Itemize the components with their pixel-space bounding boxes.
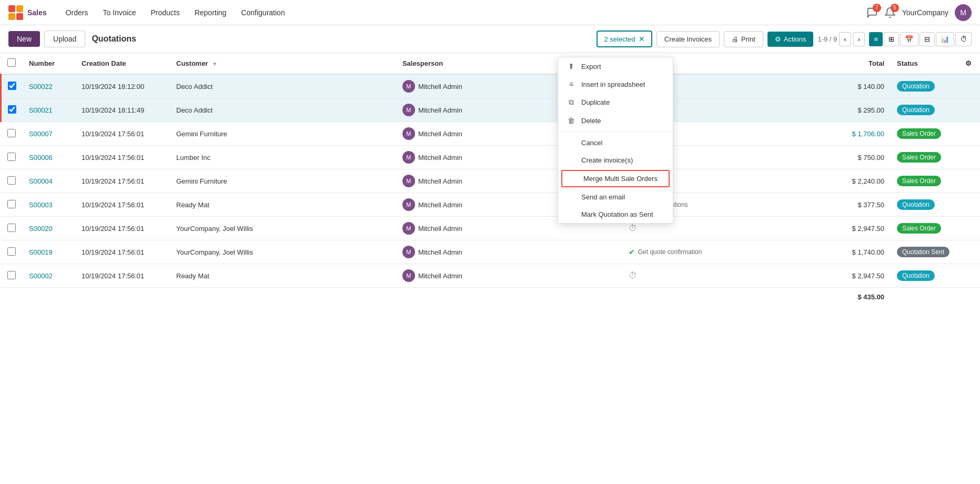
row-checkbox[interactable] bbox=[7, 224, 16, 232]
row-customer: Deco Addict bbox=[170, 74, 396, 98]
selected-button[interactable]: 2 selected ✕ bbox=[597, 31, 652, 47]
salesperson-name: Mitchell Admin bbox=[418, 248, 462, 256]
salesperson-avatar: M bbox=[402, 104, 415, 116]
row-date: 10/19/2024 17:56:01 bbox=[75, 122, 170, 146]
duplicate-icon: ⧉ bbox=[567, 98, 576, 107]
row-number[interactable]: S00021 bbox=[23, 98, 75, 122]
row-settings bbox=[959, 146, 980, 169]
row-total: $ 1,706.00 bbox=[827, 122, 891, 146]
row-checkbox[interactable] bbox=[7, 176, 16, 185]
logo-icon bbox=[8, 5, 23, 20]
graph-view-button[interactable]: 📊 bbox=[936, 32, 954, 46]
kanban-view-button[interactable]: ⊞ bbox=[884, 32, 899, 46]
view-switcher: ≡ ⊞ 📅 ⊟ 📊 ⏱ bbox=[869, 32, 972, 46]
prev-page-button[interactable]: ‹ bbox=[839, 32, 851, 46]
nav-reporting[interactable]: Reporting bbox=[194, 6, 228, 19]
action-delete[interactable]: 🗑 Delete bbox=[558, 112, 673, 129]
action-insert-spreadsheet[interactable]: ≡ Insert in spreadsheet bbox=[558, 75, 673, 93]
row-checkbox[interactable] bbox=[8, 105, 16, 114]
salesperson-name: Mitchell Admin bbox=[418, 83, 462, 90]
row-customer: Ready Mat bbox=[170, 193, 396, 217]
row-date: 10/19/2024 18:11:49 bbox=[75, 98, 170, 122]
action-cancel[interactable]: Cancel bbox=[558, 134, 673, 152]
row-checkbox[interactable] bbox=[7, 153, 16, 161]
upload-button[interactable]: Upload bbox=[44, 31, 85, 47]
action-create-invoice[interactable]: Create invoice(s) bbox=[558, 152, 673, 169]
nav-right: 7 5 YourCompany M bbox=[866, 4, 972, 21]
create-invoices-button[interactable]: Create Invoices bbox=[656, 31, 720, 47]
row-number[interactable]: S00002 bbox=[23, 264, 75, 288]
row-customer: YourCompany, Joel Willis bbox=[170, 217, 396, 240]
pivot-view-button[interactable]: ⊟ bbox=[920, 32, 935, 46]
row-number[interactable]: S00020 bbox=[23, 217, 75, 240]
notifications-badge[interactable]: 5 bbox=[884, 7, 896, 18]
row-checkbox[interactable] bbox=[7, 129, 16, 137]
new-button[interactable]: New bbox=[8, 31, 40, 47]
next-page-button[interactable]: › bbox=[853, 32, 865, 46]
actions-label: Actions bbox=[784, 35, 806, 43]
row-settings bbox=[959, 217, 980, 240]
col-customer[interactable]: Customer ▼ bbox=[170, 53, 396, 74]
col-number[interactable]: Number bbox=[23, 53, 75, 74]
row-number[interactable]: S00006 bbox=[23, 146, 75, 169]
row-checkbox[interactable] bbox=[7, 247, 16, 256]
user-avatar[interactable]: M bbox=[955, 4, 972, 21]
print-button[interactable]: 🖨 Print bbox=[724, 31, 763, 47]
nav-configuration[interactable]: Configuration bbox=[240, 6, 286, 19]
row-settings bbox=[959, 240, 980, 264]
action-send-email[interactable]: Send an email bbox=[558, 188, 673, 206]
col-status[interactable]: Status bbox=[891, 53, 959, 74]
salesperson-avatar: M bbox=[402, 80, 415, 93]
action-mark-sent[interactable]: Mark Quotation as Sent bbox=[558, 206, 673, 223]
messages-badge[interactable]: 7 bbox=[866, 7, 878, 18]
company-name[interactable]: YourCompany bbox=[902, 8, 948, 17]
row-checkbox[interactable] bbox=[7, 200, 16, 208]
quotations-table: Number Creation Date Customer ▼ Salesper… bbox=[0, 53, 980, 306]
gear-icon: ⚙ bbox=[775, 35, 781, 43]
clock-icon: ⏱ bbox=[629, 224, 637, 233]
salesperson-name: Mitchell Admin bbox=[418, 225, 462, 233]
cancel-label: Cancel bbox=[581, 139, 602, 147]
row-status: Sales Order bbox=[891, 169, 959, 193]
row-number[interactable]: S00022 bbox=[23, 74, 75, 98]
row-total: $ 2,947.50 bbox=[827, 264, 891, 288]
action-merge[interactable]: Merge Multi Sale Orders bbox=[561, 170, 670, 187]
salesperson-avatar: M bbox=[402, 151, 415, 164]
col-total[interactable]: Total bbox=[827, 53, 891, 74]
row-date: 10/19/2024 17:56:01 bbox=[75, 240, 170, 264]
action-duplicate[interactable]: ⧉ Duplicate bbox=[558, 93, 673, 112]
row-number[interactable]: S00003 bbox=[23, 193, 75, 217]
col-date[interactable]: Creation Date bbox=[75, 53, 170, 74]
row-customer: Deco Addict bbox=[170, 98, 396, 122]
row-status: Quotation bbox=[891, 98, 959, 122]
row-number[interactable]: S00019 bbox=[23, 240, 75, 264]
row-checkbox[interactable] bbox=[7, 271, 16, 279]
row-status: Quotation Sent bbox=[891, 240, 959, 264]
actions-button[interactable]: ⚙ Actions bbox=[767, 32, 814, 47]
col-settings[interactable]: ⚙ bbox=[959, 53, 980, 74]
nav-products[interactable]: Products bbox=[149, 6, 180, 19]
settings-icon: ⚙ bbox=[965, 59, 972, 67]
create-invoice-label: Create invoice(s) bbox=[581, 156, 633, 164]
nav-to-invoice[interactable]: To Invoice bbox=[102, 6, 137, 19]
action-export[interactable]: ⬆ Export bbox=[558, 57, 673, 75]
duplicate-label: Duplicate bbox=[581, 98, 610, 106]
nav-orders[interactable]: Orders bbox=[65, 6, 89, 19]
row-number[interactable]: S00007 bbox=[23, 122, 75, 146]
select-all-checkbox[interactable] bbox=[7, 58, 16, 67]
app-logo[interactable]: Sales bbox=[8, 5, 48, 20]
activity-text: Get quote confirmation bbox=[638, 248, 702, 256]
calendar-view-button[interactable]: 📅 bbox=[900, 32, 918, 46]
svg-rect-0 bbox=[8, 5, 15, 12]
list-view-button[interactable]: ≡ bbox=[869, 32, 883, 46]
row-status: Sales Order bbox=[891, 217, 959, 240]
row-settings bbox=[959, 122, 980, 146]
row-checkbox[interactable] bbox=[8, 82, 16, 90]
row-settings bbox=[959, 264, 980, 288]
status-badge: Sales Order bbox=[897, 128, 941, 139]
close-icon[interactable]: ✕ bbox=[639, 35, 645, 43]
activity-view-button[interactable]: ⏱ bbox=[955, 32, 972, 46]
table-row: S0000710/19/2024 17:56:01Gemini Furnitur… bbox=[1, 122, 981, 146]
nav-sales[interactable]: Sales bbox=[26, 6, 48, 19]
row-number[interactable]: S00004 bbox=[23, 169, 75, 193]
